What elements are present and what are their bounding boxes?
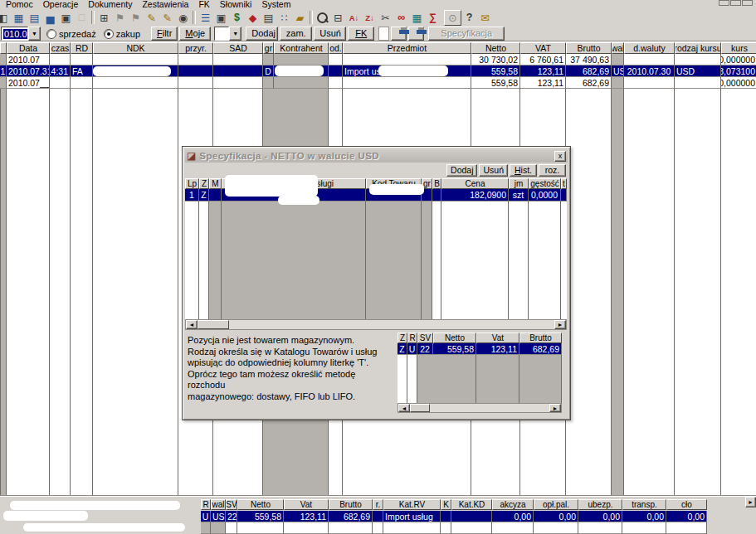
col-header-z[interactable]: Z xyxy=(398,333,407,343)
clock-icon[interactable]: ⊙ xyxy=(444,10,461,26)
loop-icon[interactable]: ∞ xyxy=(393,11,409,25)
copy-icon[interactable]: ⊞ xyxy=(96,11,112,25)
print-preview-button[interactable] xyxy=(408,27,424,41)
flag-icon[interactable]: ⚑ xyxy=(112,11,128,25)
col-header-katrv[interactable]: Kat.RV xyxy=(383,499,441,510)
chevron-down-icon[interactable]: ▼ xyxy=(229,27,241,41)
col-header-kurs[interactable]: kurs xyxy=(721,42,756,54)
search-icon[interactable] xyxy=(315,11,330,25)
hist-button[interactable]: Hist. xyxy=(510,164,537,177)
horizontal-scrollbar[interactable]: ◄ ► xyxy=(398,403,562,413)
scroll-left-icon[interactable]: ◄ xyxy=(186,320,198,329)
col-header-przyr[interactable]: przyr. xyxy=(178,42,213,54)
horizontal-scrollbar[interactable]: ◄ ► xyxy=(185,319,567,330)
col-header-vat[interactable]: Vat xyxy=(476,333,519,343)
col-header-k[interactable]: K xyxy=(441,499,451,510)
sort-asc-icon[interactable]: A↓ xyxy=(346,11,362,25)
moje-button[interactable]: Moje xyxy=(179,27,211,41)
summary-row-selected[interactable]: Z U 22 559,58 123,11 682,69 xyxy=(398,343,562,355)
flag-icon[interactable]: ⚑ xyxy=(128,11,144,25)
menu-item-dokumenty[interactable]: Dokumenty xyxy=(84,0,138,9)
col-header-netto[interactable]: Netto xyxy=(471,42,520,54)
col-header-transp[interactable]: transp. xyxy=(622,499,666,510)
col-header-brutto[interactable]: Brutto xyxy=(329,499,373,510)
help-icon[interactable]: ? xyxy=(461,11,477,25)
clipboard-icon[interactable]: ▤ xyxy=(27,11,42,25)
period-combobox[interactable]: 010.07 ▼ xyxy=(1,27,41,41)
dialog-title-bar[interactable]: ◪ Specyfikacja - NETTO w walucie USD x xyxy=(185,149,568,163)
col-header-netto[interactable]: Netto xyxy=(237,499,284,510)
col-header-data[interactable]: Data xyxy=(7,42,50,54)
col-header-lp[interactable]: Lp xyxy=(185,178,199,189)
col-header-gr[interactable]: gr xyxy=(263,42,274,54)
scissors-icon[interactable]: ✂ xyxy=(378,11,393,25)
col-header-b[interactable]: B xyxy=(432,178,441,189)
magnet-icon[interactable]: ◆ xyxy=(245,11,261,25)
col-header-brutto[interactable]: Brutto xyxy=(566,42,612,54)
partial-icon[interactable]: ◧ xyxy=(0,11,11,25)
radio-sprzedaz[interactable] xyxy=(46,29,56,39)
scroll-right-icon[interactable]: ► xyxy=(549,404,561,412)
fk-button[interactable]: FK xyxy=(348,27,374,41)
dodaj-button[interactable]: Dodaj xyxy=(446,164,477,177)
table-row[interactable]: 2010.07__ 559,58 123,11 682,69 0,000000 xyxy=(0,77,756,89)
scroll-right-icon[interactable]: ► xyxy=(745,497,756,507)
scroll-right-icon[interactable]: ► xyxy=(554,320,566,329)
list-icon[interactable]: ☰ xyxy=(198,11,213,25)
close-button[interactable] xyxy=(742,0,753,6)
col-header-brutto[interactable]: Brutto xyxy=(519,333,562,343)
secondary-value[interactable] xyxy=(214,27,229,41)
copy-stack-icon[interactable]: ⊟ xyxy=(330,11,346,25)
close-icon[interactable]: x xyxy=(554,151,566,162)
zam-button[interactable]: zam. xyxy=(280,27,312,41)
scroll-left-icon[interactable]: ◄ xyxy=(398,404,410,412)
bar-chart-icon[interactable]: ▅ xyxy=(42,11,58,25)
menu-item-slowniki[interactable]: Słowniki xyxy=(216,0,258,9)
table-row[interactable]: 2010.07 30 730,02 6 760,61 37 490,63 0,0… xyxy=(0,54,756,66)
col-header-sad[interactable]: SAD xyxy=(213,42,263,54)
col-header-clo[interactable]: cło xyxy=(666,499,707,510)
col-header-ubezp[interactable]: ubezp. xyxy=(578,499,622,510)
menu-item-zestawienia[interactable]: Zestawienia xyxy=(138,0,194,9)
col-header-rodzaj-kursu[interactable]: rodzaj kursu xyxy=(675,42,721,54)
usun-button[interactable]: Usuń xyxy=(479,164,508,177)
col-header-gestosc[interactable]: gęstość xyxy=(529,178,561,189)
col-header-m[interactable]: M xyxy=(209,178,222,189)
menu-item-system[interactable]: System xyxy=(257,0,296,9)
menu-item-operacje[interactable]: Operacje xyxy=(39,0,85,9)
chevron-down-icon[interactable]: ▼ xyxy=(28,27,41,41)
sort-desc-icon[interactable]: Z↓ xyxy=(362,11,378,25)
col-header-od[interactable]: od. xyxy=(329,42,343,54)
dollar-icon[interactable]: $ xyxy=(229,11,245,25)
scrollbar-thumb[interactable] xyxy=(198,320,229,329)
col-header-rd[interactable]: RD xyxy=(71,42,93,54)
footer-row-selected[interactable]: U USD 22 559,58 123,11 682,69 Import usł… xyxy=(201,511,707,522)
col-header-vat[interactable]: Vat xyxy=(284,499,329,510)
pen-icon[interactable]: ✎ xyxy=(159,11,175,25)
register-icon[interactable]: ▣ xyxy=(58,11,74,25)
col-header-vat[interactable]: VAT xyxy=(520,42,566,54)
panel-icon[interactable]: ▤ xyxy=(261,11,276,25)
camera-icon[interactable]: ◉ xyxy=(175,11,191,25)
col-header-dwaluty[interactable]: d.waluty xyxy=(624,42,675,54)
filtr-button[interactable]: Filtr xyxy=(151,27,178,41)
col-header-cena[interactable]: Cena xyxy=(441,178,509,189)
sigma-icon[interactable]: ∑ xyxy=(425,11,441,25)
radio-zakup[interactable] xyxy=(104,29,114,39)
col-header-r[interactable]: R xyxy=(407,333,417,343)
mail-icon[interactable]: ✉ xyxy=(477,11,493,25)
period-value[interactable]: 010.07 xyxy=(1,27,28,41)
menu-item-fk[interactable]: FK xyxy=(194,0,215,9)
col-header-sv[interactable]: SV xyxy=(417,333,433,343)
col-header-katkd[interactable]: Kat.KD xyxy=(451,499,492,510)
calendar-icon[interactable]: ▦ xyxy=(11,11,27,25)
col-header-czas[interactable]: czas xyxy=(50,42,71,54)
secondary-combobox[interactable]: ▼ xyxy=(214,27,241,41)
roz-button[interactable]: roz. xyxy=(539,164,566,177)
col-header-r2[interactable]: r. xyxy=(373,499,383,510)
col-header-sv[interactable]: SV xyxy=(226,499,237,510)
col-header-kontrahent[interactable]: Kontrahent xyxy=(274,42,329,54)
col-header-jm[interactable]: jm xyxy=(509,178,529,189)
scrollbar-thumb[interactable] xyxy=(410,404,430,412)
wallet-icon[interactable]: ▰ xyxy=(292,11,308,25)
